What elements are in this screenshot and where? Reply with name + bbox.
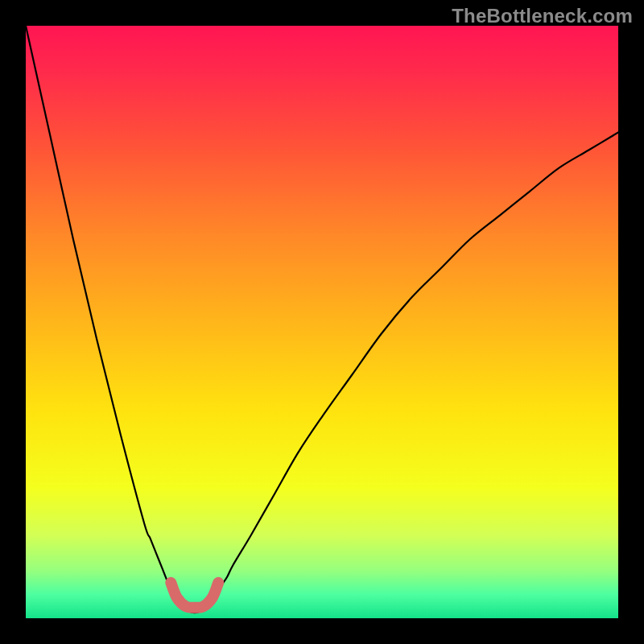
plot-area: [26, 26, 618, 618]
watermark-text: TheBottleneck.com: [452, 5, 633, 27]
chart-svg: [26, 26, 618, 618]
chart-frame: TheBottleneck.com: [0, 0, 644, 644]
gradient-background: [26, 26, 618, 618]
